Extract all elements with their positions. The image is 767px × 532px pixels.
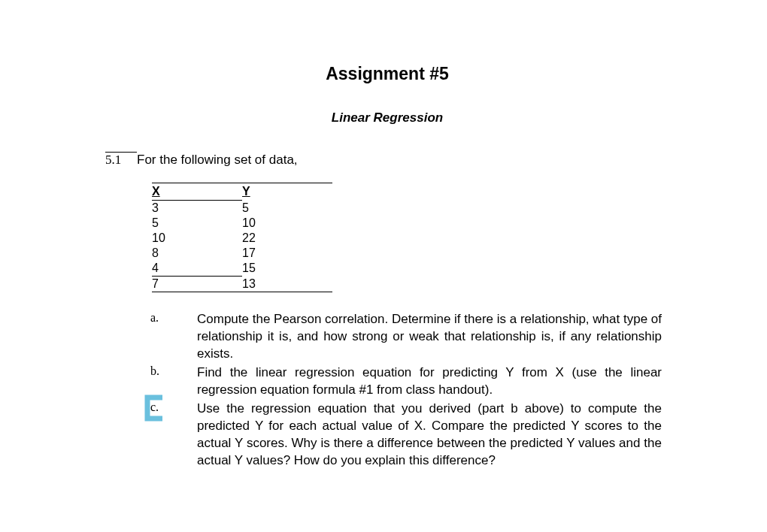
part-label-a: a. xyxy=(150,311,159,325)
page-subtitle: Linear Regression xyxy=(105,110,669,125)
question-heading: 5.1 For the following set of data, xyxy=(105,152,669,168)
table-cell-x: 4 xyxy=(152,261,242,277)
table-row: 4 15 xyxy=(152,261,332,277)
data-table: X Y 3 5 5 10 10 22 8 17 4 15 xyxy=(152,183,332,292)
part-label-b: b. xyxy=(150,364,159,378)
part-b: b. Find the linear regression equation f… xyxy=(150,364,662,399)
table-cell-x: 3 xyxy=(152,201,242,216)
table-cell-x: 5 xyxy=(152,216,242,231)
table-row: 3 5 xyxy=(152,201,332,216)
part-label-c: c. xyxy=(150,401,159,414)
table-header-y: Y xyxy=(242,183,332,201)
part-c: c. Use the regression equation that you … xyxy=(150,401,662,470)
table-row: 10 22 xyxy=(152,231,332,246)
page-title: Assignment #5 xyxy=(105,64,669,84)
table-cell-x: 7 xyxy=(152,277,242,292)
question-text: For the following set of data, xyxy=(137,153,298,168)
parts-list: a. Compute the Pearson correlation. Dete… xyxy=(150,311,662,469)
table-cell-x: 10 xyxy=(152,231,242,246)
table-header-x: X xyxy=(152,183,242,201)
table-row: 7 13 xyxy=(152,277,332,292)
part-text-a: Compute the Pearson correlation. Determi… xyxy=(197,311,662,363)
table-cell-y: 10 xyxy=(242,216,332,231)
document-page: Assignment #5 Linear Regression 5.1 For … xyxy=(0,0,767,469)
question-number: 5.1 xyxy=(105,152,137,168)
table-cell-y: 15 xyxy=(242,261,332,277)
part-a: a. Compute the Pearson correlation. Dete… xyxy=(150,311,662,363)
table-cell-y: 5 xyxy=(242,201,332,216)
table-row: 5 10 xyxy=(152,216,332,231)
table-cell-y: 13 xyxy=(242,277,332,292)
part-text-c: Use the regression equation that you der… xyxy=(197,401,662,470)
part-text-b: Find the linear regression equation for … xyxy=(197,364,662,399)
table-cell-x: 8 xyxy=(152,246,242,261)
table-cell-y: 22 xyxy=(242,231,332,246)
table-row: 8 17 xyxy=(152,246,332,261)
table-cell-y: 17 xyxy=(242,246,332,261)
table-header-row: X Y xyxy=(152,183,332,201)
